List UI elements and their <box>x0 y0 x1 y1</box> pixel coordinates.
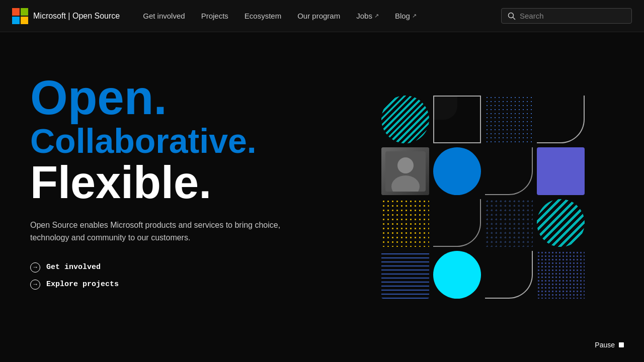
svg-point-3 <box>397 157 414 173</box>
nav-get-involved[interactable]: Get involved <box>136 8 192 24</box>
search-box <box>501 8 632 24</box>
tile-teal-striped-circle <box>537 199 585 247</box>
arrow-icon: → <box>30 262 40 273</box>
tile-cyan-circle <box>433 251 481 299</box>
external-link-icon: ↗ <box>374 13 379 19</box>
hero-line2: Collaborative. <box>30 123 292 159</box>
tile-purple-square <box>537 147 585 195</box>
nav-links: Get involved Projects Ecosystem Our prog… <box>136 8 501 24</box>
tile-blue-circle <box>433 147 481 195</box>
search-icon <box>508 12 516 20</box>
tile-photo <box>381 147 429 195</box>
pause-label: Pause <box>595 341 615 349</box>
search-input[interactable] <box>520 12 625 20</box>
hero-line1: Open. <box>30 72 292 123</box>
svg-line-1 <box>513 17 515 19</box>
nav-projects[interactable]: Projects <box>194 8 235 24</box>
arrow-icon: → <box>30 280 40 290</box>
microsoft-logo <box>12 8 28 24</box>
hero-line3: Flexible. <box>30 159 292 207</box>
logo-link[interactable]: Microsoft | Open Source <box>12 8 120 24</box>
mosaic-grid <box>381 96 585 299</box>
pause-icon <box>619 342 624 347</box>
site-title: Microsoft | Open Source <box>33 12 120 21</box>
main-content: Open. Collaborative. Flexible. Open Sour… <box>0 32 644 362</box>
nav-our-program[interactable]: Our program <box>290 8 347 24</box>
cta-explore-projects[interactable]: → Explore projects <box>30 280 292 290</box>
pause-button[interactable]: Pause <box>590 338 629 352</box>
tile-corner-bottom2 <box>433 199 481 247</box>
cta-get-involved[interactable]: → Get involved <box>30 262 292 273</box>
hero-right: Pause <box>322 32 644 362</box>
hero-headline: Open. Collaborative. Flexible. <box>30 72 292 207</box>
tile-corner-br <box>537 96 585 143</box>
tile-corner-dark <box>485 147 533 195</box>
tile-blue-lines <box>381 251 429 299</box>
cta2-label: Explore projects <box>46 280 119 289</box>
person-photo <box>381 147 429 195</box>
tile-blue-dot-grid <box>485 96 533 143</box>
hero-description: Open Source enables Microsoft products a… <box>30 219 282 244</box>
tile-corner-white <box>485 251 533 299</box>
nav-jobs[interactable]: Jobs ↗ <box>349 8 386 24</box>
cta1-label: Get involved <box>46 263 101 272</box>
tile-yellow-dots <box>381 199 429 247</box>
tile-blue-small-dots <box>537 251 585 299</box>
top-nav: Microsoft | Open Source Get involved Pro… <box>0 0 644 32</box>
tile-bracket-tl <box>433 96 481 143</box>
tile-dark-dots <box>485 199 533 247</box>
tile-teal-striped <box>381 96 429 143</box>
hero-cta-links: → Get involved → Explore projects <box>30 262 292 290</box>
external-link-icon: ↗ <box>412 13 417 19</box>
nav-ecosystem[interactable]: Ecosystem <box>237 8 288 24</box>
hero-left: Open. Collaborative. Flexible. Open Sour… <box>0 32 322 362</box>
nav-blog[interactable]: Blog ↗ <box>388 8 424 24</box>
